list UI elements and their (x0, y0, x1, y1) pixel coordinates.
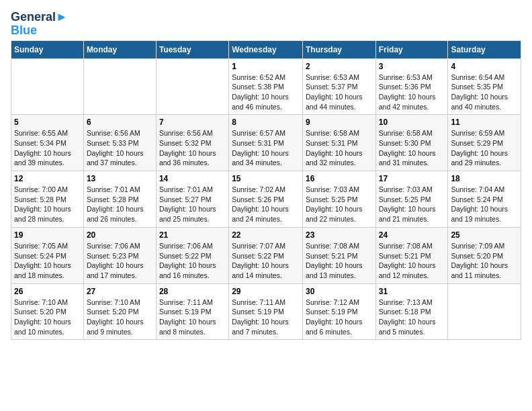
day-cell: 31Sunrise: 7:13 AM Sunset: 5:18 PM Dayli… (375, 283, 448, 340)
day-number: 7 (159, 118, 226, 127)
day-info: Sunrise: 6:52 AM Sunset: 5:38 PM Dayligh… (232, 73, 300, 112)
day-cell: 13Sunrise: 7:01 AM Sunset: 5:28 PM Dayli… (83, 171, 156, 228)
day-info: Sunrise: 6:55 AM Sunset: 5:34 PM Dayligh… (14, 128, 81, 168)
day-cell: 2Sunrise: 6:53 AM Sunset: 5:37 PM Daylig… (302, 58, 375, 115)
day-header-wednesday: Wednesday (229, 40, 303, 58)
day-number: 4 (451, 62, 518, 71)
day-cell (156, 58, 228, 115)
day-number: 20 (87, 230, 153, 240)
week-row-2: 5Sunrise: 6:55 AM Sunset: 5:34 PM Daylig… (11, 115, 521, 171)
day-cell: 24Sunrise: 7:08 AM Sunset: 5:21 PM Dayli… (375, 227, 448, 283)
day-info: Sunrise: 7:06 AM Sunset: 5:23 PM Dayligh… (87, 241, 153, 281)
day-info: Sunrise: 7:09 AM Sunset: 5:20 PM Dayligh… (451, 241, 518, 281)
day-info: Sunrise: 7:11 AM Sunset: 5:19 PM Dayligh… (232, 298, 300, 337)
day-cell: 25Sunrise: 7:09 AM Sunset: 5:20 PM Dayli… (448, 227, 521, 283)
day-number: 27 (87, 287, 153, 296)
day-number: 11 (451, 118, 518, 127)
day-info: Sunrise: 6:58 AM Sunset: 5:30 PM Dayligh… (379, 128, 445, 168)
day-cell: 17Sunrise: 7:03 AM Sunset: 5:25 PM Dayli… (375, 171, 448, 228)
day-info: Sunrise: 7:07 AM Sunset: 5:22 PM Dayligh… (232, 241, 300, 281)
day-cell: 15Sunrise: 7:02 AM Sunset: 5:26 PM Dayli… (229, 171, 303, 228)
day-info: Sunrise: 7:02 AM Sunset: 5:26 PM Dayligh… (232, 185, 300, 224)
day-header-thursday: Thursday (302, 40, 375, 58)
day-cell: 22Sunrise: 7:07 AM Sunset: 5:22 PM Dayli… (229, 227, 303, 283)
header: General► Blue (11, 11, 521, 38)
day-cell: 23Sunrise: 7:08 AM Sunset: 5:21 PM Dayli… (302, 227, 375, 283)
day-cell: 7Sunrise: 6:56 AM Sunset: 5:32 PM Daylig… (156, 115, 228, 171)
day-cell: 19Sunrise: 7:05 AM Sunset: 5:24 PM Dayli… (11, 227, 84, 283)
day-cell: 1Sunrise: 6:52 AM Sunset: 5:38 PM Daylig… (229, 58, 303, 115)
day-cell: 28Sunrise: 7:11 AM Sunset: 5:19 PM Dayli… (156, 283, 228, 340)
day-number: 13 (87, 174, 153, 183)
day-number: 12 (14, 174, 81, 183)
day-info: Sunrise: 7:08 AM Sunset: 5:21 PM Dayligh… (306, 241, 373, 281)
day-cell: 18Sunrise: 7:04 AM Sunset: 5:24 PM Dayli… (448, 171, 521, 228)
day-info: Sunrise: 7:06 AM Sunset: 5:22 PM Dayligh… (159, 241, 226, 281)
logo-text: General► (11, 11, 68, 24)
day-cell: 5Sunrise: 6:55 AM Sunset: 5:34 PM Daylig… (11, 115, 84, 171)
logo: General► Blue (11, 11, 68, 38)
day-number: 1 (232, 62, 300, 71)
day-cell: 20Sunrise: 7:06 AM Sunset: 5:23 PM Dayli… (83, 227, 156, 283)
day-number: 26 (14, 287, 81, 296)
day-header-monday: Monday (83, 40, 156, 58)
day-number: 2 (306, 62, 373, 71)
day-number: 28 (159, 287, 226, 296)
day-info: Sunrise: 7:01 AM Sunset: 5:28 PM Dayligh… (87, 185, 153, 224)
day-cell: 29Sunrise: 7:11 AM Sunset: 5:19 PM Dayli… (229, 283, 303, 340)
day-cell: 27Sunrise: 7:10 AM Sunset: 5:20 PM Dayli… (83, 283, 156, 340)
day-number: 8 (232, 118, 300, 127)
day-info: Sunrise: 6:53 AM Sunset: 5:36 PM Dayligh… (379, 73, 445, 112)
day-info: Sunrise: 6:58 AM Sunset: 5:31 PM Dayligh… (306, 128, 373, 168)
week-row-3: 12Sunrise: 7:00 AM Sunset: 5:28 PM Dayli… (11, 171, 521, 228)
day-info: Sunrise: 6:57 AM Sunset: 5:31 PM Dayligh… (232, 128, 300, 168)
day-number: 19 (14, 230, 81, 240)
day-number: 17 (379, 174, 445, 183)
day-number: 14 (159, 174, 226, 183)
week-row-1: 1Sunrise: 6:52 AM Sunset: 5:38 PM Daylig… (11, 58, 521, 115)
day-cell (83, 58, 156, 115)
day-cell (448, 283, 521, 340)
logo-subtext: Blue (11, 24, 68, 38)
day-info: Sunrise: 7:05 AM Sunset: 5:24 PM Dayligh… (14, 241, 81, 281)
day-info: Sunrise: 7:00 AM Sunset: 5:28 PM Dayligh… (14, 185, 81, 224)
day-cell: 16Sunrise: 7:03 AM Sunset: 5:25 PM Dayli… (302, 171, 375, 228)
day-number: 3 (379, 62, 445, 71)
day-cell: 12Sunrise: 7:00 AM Sunset: 5:28 PM Dayli… (11, 171, 84, 228)
day-info: Sunrise: 6:59 AM Sunset: 5:29 PM Dayligh… (451, 128, 518, 168)
day-info: Sunrise: 6:56 AM Sunset: 5:32 PM Dayligh… (159, 128, 226, 168)
day-info: Sunrise: 7:12 AM Sunset: 5:19 PM Dayligh… (306, 298, 373, 337)
day-info: Sunrise: 7:10 AM Sunset: 5:20 PM Dayligh… (87, 298, 153, 337)
day-cell: 3Sunrise: 6:53 AM Sunset: 5:36 PM Daylig… (375, 58, 448, 115)
calendar: SundayMondayTuesdayWednesdayThursdayFrid… (11, 40, 521, 340)
day-cell: 6Sunrise: 6:56 AM Sunset: 5:33 PM Daylig… (83, 115, 156, 171)
day-cell: 26Sunrise: 7:10 AM Sunset: 5:20 PM Dayli… (11, 283, 84, 340)
day-number: 6 (87, 118, 153, 127)
day-number: 15 (232, 174, 300, 183)
week-row-5: 26Sunrise: 7:10 AM Sunset: 5:20 PM Dayli… (11, 283, 521, 340)
day-number: 29 (232, 287, 300, 296)
day-cell: 21Sunrise: 7:06 AM Sunset: 5:22 PM Dayli… (156, 227, 228, 283)
day-info: Sunrise: 7:01 AM Sunset: 5:27 PM Dayligh… (159, 185, 226, 224)
day-info: Sunrise: 7:03 AM Sunset: 5:25 PM Dayligh… (379, 185, 445, 224)
day-cell: 30Sunrise: 7:12 AM Sunset: 5:19 PM Dayli… (302, 283, 375, 340)
day-number: 16 (306, 174, 373, 183)
day-info: Sunrise: 7:08 AM Sunset: 5:21 PM Dayligh… (379, 241, 445, 281)
day-cell: 14Sunrise: 7:01 AM Sunset: 5:27 PM Dayli… (156, 171, 228, 228)
day-cell (11, 58, 84, 115)
day-number: 22 (232, 230, 300, 240)
day-number: 10 (379, 118, 445, 127)
day-cell: 4Sunrise: 6:54 AM Sunset: 5:35 PM Daylig… (448, 58, 521, 115)
day-cell: 8Sunrise: 6:57 AM Sunset: 5:31 PM Daylig… (229, 115, 303, 171)
day-number: 23 (306, 230, 373, 240)
day-info: Sunrise: 7:11 AM Sunset: 5:19 PM Dayligh… (159, 298, 226, 337)
day-number: 18 (451, 174, 518, 183)
day-number: 9 (306, 118, 373, 127)
day-cell: 11Sunrise: 6:59 AM Sunset: 5:29 PM Dayli… (448, 115, 521, 171)
day-info: Sunrise: 6:54 AM Sunset: 5:35 PM Dayligh… (451, 73, 518, 112)
day-info: Sunrise: 6:56 AM Sunset: 5:33 PM Dayligh… (87, 128, 153, 168)
day-header-friday: Friday (375, 40, 448, 58)
day-info: Sunrise: 6:53 AM Sunset: 5:37 PM Dayligh… (306, 73, 373, 112)
day-number: 5 (14, 118, 81, 127)
day-number: 25 (451, 230, 518, 240)
